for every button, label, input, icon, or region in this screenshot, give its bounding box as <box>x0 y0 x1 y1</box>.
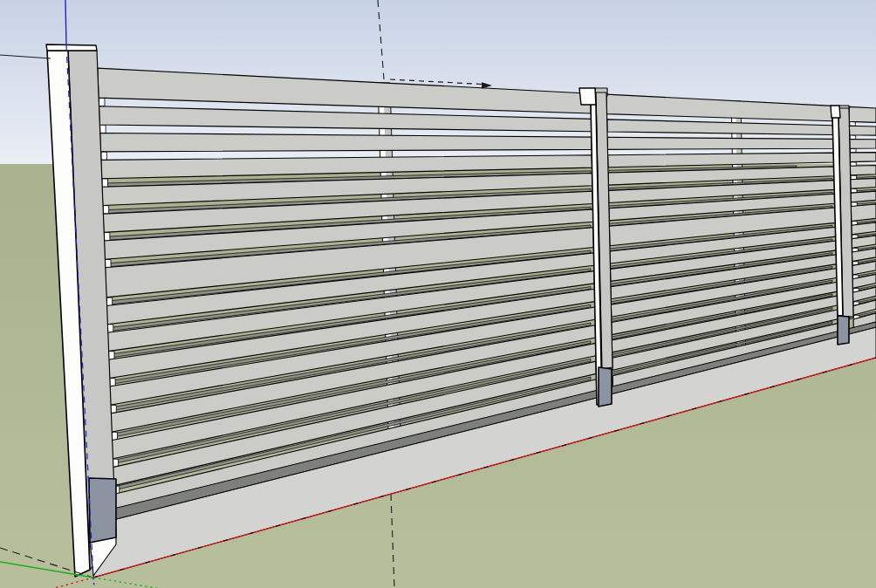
slat-end-cap <box>103 206 109 215</box>
fence-slat <box>850 153 876 162</box>
fence-slat <box>851 191 876 202</box>
post-base-block <box>838 316 849 345</box>
slat-end-cap <box>101 152 107 161</box>
slat-end-cap <box>104 232 110 241</box>
fence-rail <box>849 106 876 122</box>
blue-axis <box>65 0 66 45</box>
sketchup-viewport[interactable] <box>0 0 876 588</box>
post-base-block <box>89 478 116 543</box>
post-base-block <box>599 367 612 407</box>
fence-slat <box>607 137 833 149</box>
slat-end-cap <box>106 259 112 268</box>
fence-rail <box>851 204 876 222</box>
fence-slat <box>850 166 876 175</box>
fence-slat <box>850 140 876 149</box>
slat-end-cap <box>102 179 108 188</box>
modeling-canvas[interactable] <box>0 0 876 588</box>
fence-slat <box>851 178 876 188</box>
post-cap <box>831 106 840 118</box>
slat-end-cap <box>99 98 106 106</box>
slat-end-cap <box>100 125 106 133</box>
post-cap <box>46 44 97 51</box>
post-cap <box>579 88 596 105</box>
fence-slat <box>849 126 876 135</box>
